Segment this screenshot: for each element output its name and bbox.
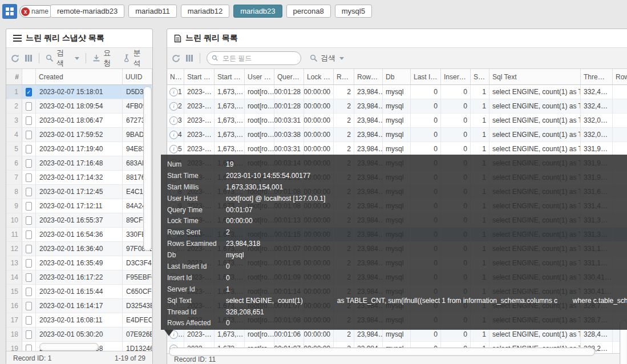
filter-field[interactable]: [207, 51, 301, 65]
column-header-sql_text[interactable]: Sql Text: [490, 69, 581, 84]
refresh-button[interactable]: [11, 54, 19, 63]
snapshot-row[interactable]: 162023-02-01 16:14:17D32543B: [6, 299, 152, 313]
column-header-uuid[interactable]: UUID: [123, 69, 152, 84]
column-header-rows_examined[interactable]: Row…: [354, 69, 383, 84]
row-number: 2: [6, 99, 22, 113]
snapshot-row[interactable]: 1✓2023-02-07 15:18:01D5D39E8: [6, 85, 152, 99]
snapshot-row[interactable]: 22023-02-01 18:09:544FB0948: [6, 99, 152, 114]
row-checkbox[interactable]: [26, 145, 32, 153]
row-checkbox[interactable]: [26, 216, 32, 225]
snapshot-row[interactable]: 52023-02-01 17:19:4094E83FI: [6, 142, 152, 156]
tab-mariadb23[interactable]: mariadb23: [233, 5, 282, 18]
snapshot-row[interactable]: 82023-02-01 17:12:45E4C1E93: [6, 185, 152, 199]
cell-lock_time: 00:00:00: [304, 114, 334, 127]
snapshot-row[interactable]: 132023-02-01 16:35:49D3C3F44: [6, 256, 152, 270]
row-checkbox[interactable]: [26, 102, 32, 111]
cell-insert_id: 0: [441, 99, 471, 113]
cell-db: mysql: [383, 85, 411, 99]
row-checkbox[interactable]: [26, 302, 32, 310]
column-header-created[interactable]: Created: [36, 69, 123, 84]
column-header-rows_affected[interactable]: Row: [613, 69, 627, 84]
column-header-thread_id[interactable]: Thre…: [581, 69, 613, 84]
info-icon[interactable]: i: [169, 102, 178, 111]
column-header-start_time[interactable]: Start …: [184, 69, 215, 84]
snapshot-row[interactable]: 62023-02-01 17:16:48683ADF6: [6, 156, 152, 171]
row-checkbox[interactable]: [26, 288, 32, 296]
query-row[interactable]: i22023-…1,673,…root[ro…00:01:2800:00:002…: [167, 99, 627, 114]
tab-remote-mariadb23[interactable]: remote-mariadb23: [50, 5, 124, 18]
column-header-chk[interactable]: [22, 69, 36, 84]
row-checkbox[interactable]: [26, 245, 32, 253]
snapshot-row[interactable]: 32023-02-01 18:06:4767273D3: [6, 114, 152, 128]
query-row[interactable]: i32023-…1,673,…root[ro…00:03:3100:00:002…: [167, 114, 627, 128]
row-checkbox[interactable]: ✓: [26, 88, 32, 96]
tab-mysql5[interactable]: mysql5: [335, 5, 372, 18]
close-icon[interactable]: x: [21, 7, 30, 16]
info-icon[interactable]: i: [169, 145, 178, 153]
row-checkbox[interactable]: [26, 316, 32, 325]
snapshot-row[interactable]: 112023-02-01 16:54:36330FE57: [6, 228, 152, 242]
apps-grid-button[interactable]: [2, 4, 17, 19]
snapshot-row[interactable]: 42023-02-01 17:59:529BAD0A4: [6, 128, 152, 142]
tab-percona8[interactable]: percona8: [286, 5, 331, 18]
row-checkbox[interactable]: [26, 131, 32, 139]
snapshot-horizontal-scrollbar[interactable]: [39, 343, 99, 351]
cell-lock_time: 00:00:00: [304, 99, 334, 113]
row-checkbox[interactable]: [26, 330, 32, 339]
column-header-query_time[interactable]: Quer…: [274, 69, 304, 84]
column-header-insert_id[interactable]: Inser…: [441, 69, 471, 84]
columns-button[interactable]: [25, 54, 33, 62]
column-header-num[interactable]: N…: [167, 69, 184, 84]
tab-mariadb12[interactable]: mariadb12: [181, 5, 229, 18]
request-button[interactable]: 요청: [92, 48, 118, 68]
row-checkbox[interactable]: [26, 202, 32, 211]
snapshot-row[interactable]: 122023-02-01 16:36:4097F081E: [6, 242, 152, 256]
info-icon[interactable]: i: [169, 88, 178, 96]
snapshot-row[interactable]: 92023-02-01 17:12:1184A2426: [6, 199, 152, 213]
column-header-server_id[interactable]: S…: [471, 69, 490, 84]
query-horizontal-scrollbar[interactable]: [169, 347, 595, 356]
tooltip-label: User Host: [161, 195, 226, 203]
column-header-db[interactable]: Db: [383, 69, 411, 84]
column-header-rows_sent[interactable]: R…: [334, 69, 354, 84]
row-checkbox[interactable]: [26, 159, 32, 168]
column-header-user_host[interactable]: User …: [245, 69, 274, 84]
tooltip-value: 1: [226, 285, 230, 293]
row-checkbox[interactable]: [26, 173, 32, 182]
column-header-start_millis[interactable]: Start …: [215, 69, 245, 84]
row-checkbox[interactable]: [26, 273, 32, 282]
column-header-lock_time[interactable]: Lock …: [304, 69, 334, 84]
snapshot-row[interactable]: 172023-02-01 16:08:11E4DFEC6: [6, 313, 152, 327]
analyze-button[interactable]: 분석: [123, 48, 148, 68]
info-icon[interactable]: i: [169, 116, 178, 125]
checkbox-cell: [22, 156, 36, 170]
row-checkbox[interactable]: [26, 259, 32, 268]
column-header-last_insert_id[interactable]: Last I…: [411, 69, 441, 84]
snapshot-row[interactable]: 102023-02-01 16:55:3789CF6A4: [6, 213, 152, 228]
tab-mariadb11[interactable]: mariadb11: [128, 5, 176, 18]
row-number: 8: [6, 185, 22, 199]
snapshot-row[interactable]: 182023-02-01 05:30:2007E926B: [6, 327, 152, 342]
tooltip-value: 0: [226, 262, 230, 270]
query-row[interactable]: i42023-…1,673,…root[ro…00:03:3800:00:002…: [167, 128, 627, 142]
query-row[interactable]: i12023-…1,673,…root[ro…00:01:2800:00:002…: [167, 85, 627, 99]
search-button[interactable]: 검색: [46, 48, 79, 68]
search-field-icon: [212, 55, 219, 62]
cell-created: 2023-02-01 16:17:22: [36, 270, 123, 284]
row-checkbox[interactable]: [26, 188, 32, 196]
row-number: 16: [6, 299, 22, 313]
row-checkbox[interactable]: [26, 230, 32, 239]
snapshot-row[interactable]: 72023-02-01 17:14:32881765B: [6, 171, 152, 185]
snapshot-row[interactable]: 152023-02-01 16:15:44C650CF4: [6, 285, 152, 299]
snapshot-row[interactable]: 142023-02-01 16:17:22F95EBF6: [6, 270, 152, 285]
row-checkbox[interactable]: [26, 116, 32, 125]
filter-input[interactable]: [221, 54, 286, 63]
refresh-button[interactable]: [172, 54, 180, 63]
column-header-num[interactable]: #: [6, 69, 22, 84]
tooltip-row: Sql Textselect ENGINE, count(1) as TABLE…: [161, 295, 627, 306]
search-button[interactable]: 검색: [310, 53, 344, 63]
columns-button[interactable]: [185, 54, 193, 62]
name-filter-chip[interactable]: x name: [19, 5, 55, 18]
info-icon[interactable]: i: [169, 131, 178, 139]
snapshot-vertical-scrollbar[interactable]: [143, 86, 152, 251]
